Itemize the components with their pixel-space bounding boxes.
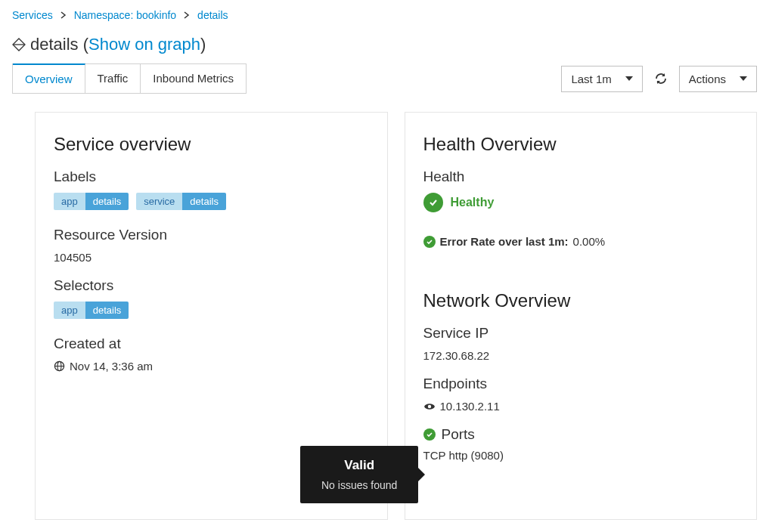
created-at-row: Nov 14, 3:36 am	[54, 360, 369, 373]
network-overview-heading: Network Overview	[423, 290, 739, 311]
actions-dropdown[interactable]: Actions	[679, 66, 757, 92]
tab-and-controls-row: Overview Traffic Inbound Metrics Last 1m…	[0, 57, 763, 94]
tabs: Overview Traffic Inbound Metrics	[12, 63, 247, 94]
health-network-card: Health Overview Health Healthy Error Rat…	[405, 112, 758, 520]
tooltip-body: No issues found	[321, 479, 397, 491]
caret-down-icon	[625, 76, 633, 81]
label-value: details	[85, 302, 129, 319]
ports-heading-row: Ports	[423, 426, 739, 443]
selector-pill: app details	[54, 302, 129, 319]
error-rate-row: Error Rate over last 1m: 0.00%	[423, 235, 739, 248]
breadcrumb: Services Namespace: bookinfo details	[0, 0, 763, 24]
labels-heading: Labels	[54, 169, 369, 185]
globe-icon	[54, 360, 65, 372]
selectors-heading: Selectors	[54, 277, 369, 294]
tab-inbound-metrics[interactable]: Inbound Metrics	[141, 64, 246, 93]
selectors-list: app details	[54, 302, 369, 322]
label-key: service	[136, 193, 182, 210]
tab-traffic[interactable]: Traffic	[85, 64, 141, 93]
chevron-right-icon	[56, 11, 71, 19]
show-on-graph-link[interactable]: Show on graph	[88, 35, 200, 54]
caret-down-icon	[740, 76, 747, 81]
tooltip-title: Valid	[321, 458, 397, 473]
labels-list: app details service details	[54, 193, 369, 213]
breadcrumb-namespace[interactable]: Namespace: bookinfo	[74, 9, 176, 21]
chevron-right-icon	[179, 11, 194, 19]
label-value: details	[182, 193, 226, 210]
check-circle-icon	[423, 236, 436, 248]
health-overview-heading: Health Overview	[423, 134, 739, 155]
label-key: app	[54, 193, 85, 210]
resource-version-heading: Resource Version	[54, 227, 369, 243]
endpoint-row: 10.130.2.11	[423, 400, 739, 413]
service-icon	[12, 38, 26, 51]
label-pill: service details	[136, 193, 226, 210]
port-value: TCP http (9080)	[423, 449, 739, 462]
resource-version-value: 104505	[54, 251, 369, 264]
health-status-text: Healthy	[451, 196, 495, 209]
label-pill: app details	[54, 193, 129, 210]
health-status-row: Healthy	[423, 193, 739, 212]
eye-icon	[423, 402, 436, 411]
tab-overview[interactable]: Overview	[13, 63, 85, 93]
check-circle-icon	[423, 428, 436, 441]
validation-tooltip: Valid No issues found	[300, 446, 418, 503]
actions-label: Actions	[689, 73, 726, 85]
endpoints-heading: Endpoints	[423, 376, 739, 392]
page-title: details ( Show on graph )	[0, 24, 763, 57]
time-range-dropdown[interactable]: Last 1m	[561, 66, 642, 92]
label-value: details	[85, 193, 129, 210]
label-key: app	[54, 302, 85, 319]
breadcrumb-current[interactable]: details	[197, 9, 228, 21]
service-overview-heading: Service overview	[54, 134, 369, 155]
check-circle-icon	[423, 193, 443, 212]
endpoint-value: 10.130.2.11	[440, 400, 500, 413]
svg-point-5	[427, 404, 430, 407]
service-ip-heading: Service IP	[423, 325, 739, 342]
service-ip-value: 172.30.68.22	[423, 349, 739, 362]
health-subheading: Health	[423, 169, 739, 185]
error-rate-label: Error Rate over last 1m:	[440, 235, 569, 248]
breadcrumb-services[interactable]: Services	[12, 9, 53, 21]
refresh-button[interactable]	[650, 68, 672, 89]
created-at-value: Nov 14, 3:36 am	[70, 360, 153, 373]
toolbar-controls: Last 1m Actions	[561, 66, 757, 92]
time-range-label: Last 1m	[571, 73, 611, 85]
error-rate-value: 0.00%	[573, 235, 606, 248]
service-name: details	[30, 35, 79, 54]
created-at-heading: Created at	[54, 336, 369, 352]
refresh-icon	[654, 72, 668, 85]
ports-heading: Ports	[442, 426, 475, 443]
